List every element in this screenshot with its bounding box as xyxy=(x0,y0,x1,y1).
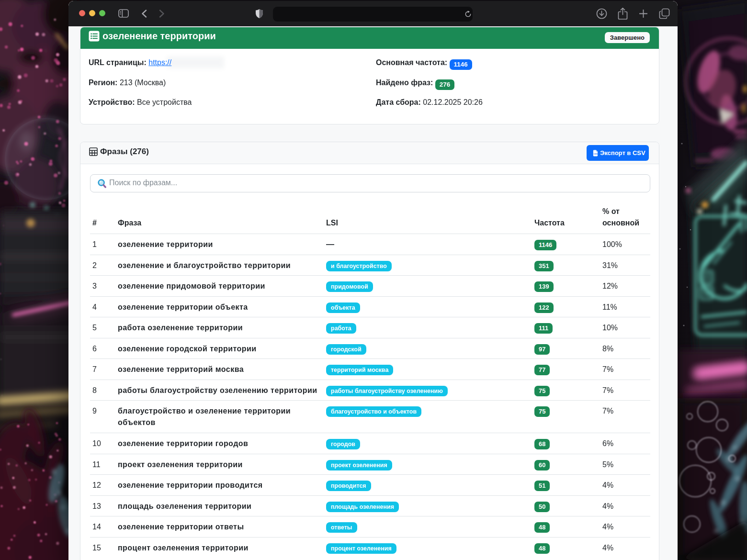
svg-text:CSV: CSV xyxy=(594,152,598,155)
